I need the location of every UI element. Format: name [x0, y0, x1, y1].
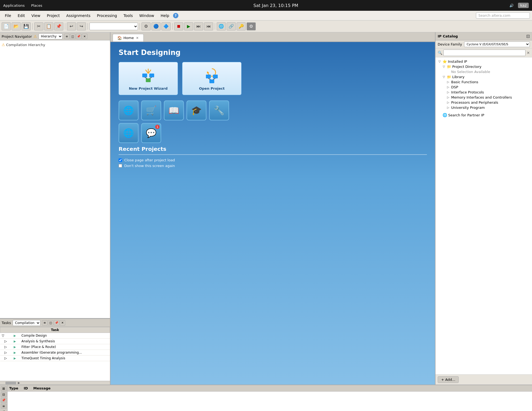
tools-icon: 🔧	[214, 105, 224, 116]
interface-protocols-item[interactable]: ▷ Interface Protocols	[437, 90, 531, 95]
menu-window[interactable]: Window	[137, 12, 157, 19]
close-page-checkbox[interactable]	[119, 158, 122, 162]
home-tab[interactable]: 🏠 Home ✕	[113, 34, 144, 41]
project-directory-item[interactable]: ▽ 📁 Project Directory	[437, 64, 531, 69]
tasks-scrollbar-thumb	[5, 382, 16, 384]
copy-button[interactable]: 📋	[44, 22, 53, 30]
tasks-close-button[interactable]: ✕	[60, 320, 65, 326]
svg-line-12	[208, 78, 210, 79]
dont-show-checkbox[interactable]	[119, 164, 122, 168]
table-row[interactable]: ▽ ▶ Compile Design	[0, 333, 110, 339]
ip-search-input[interactable]	[443, 50, 526, 56]
new-project-wizard-button[interactable]: New Project Wizard	[119, 62, 178, 95]
menu-help[interactable]: Help	[158, 12, 172, 19]
close-nav-button[interactable]: ✕	[82, 34, 87, 39]
msg-filter1-button[interactable]: ⊠	[1, 386, 7, 391]
places-menu[interactable]: Places	[31, 4, 42, 8]
quick-link-store-button[interactable]: 🛒	[141, 100, 161, 120]
new-file-button[interactable]: 📄	[2, 22, 11, 30]
tasks-filter-button[interactable]: ◫	[48, 320, 53, 326]
quick-link-tools-button[interactable]: 🔧	[209, 100, 229, 120]
stop-button[interactable]: ⏹	[174, 22, 183, 30]
task-timequest-label: TimeQuest Timing Analysis	[20, 356, 110, 361]
expand-all-button[interactable]: ≡	[64, 34, 70, 39]
user-button[interactable]: kaz	[518, 3, 529, 8]
cut-button[interactable]: ✂	[34, 22, 43, 30]
table-row[interactable]: ▷ ▶ Assembler (Generate programming...	[0, 350, 110, 356]
home-tab-close[interactable]: ✕	[135, 36, 139, 40]
close-page-row: Close page after project load	[119, 158, 427, 162]
ip-catalog-maximize-button[interactable]: ⊡	[526, 34, 530, 39]
svg-rect-9	[206, 75, 211, 78]
interface-protocols-expander: ▷	[446, 90, 450, 94]
ip-search-clear-button[interactable]: ✕	[527, 51, 530, 55]
new-project-icon	[140, 67, 157, 84]
msg-filter4-button[interactable]: ≡	[1, 404, 7, 409]
installed-ip-icon: ⭐	[443, 60, 447, 64]
dsp-item[interactable]: ▷ DSP	[437, 85, 531, 90]
quick-link-globe2-button[interactable]: 🌐	[119, 123, 139, 143]
save-button[interactable]: 💾	[22, 22, 31, 30]
help-circle-icon[interactable]: ?	[173, 13, 178, 18]
table-row[interactable]: ▷ ▶ Analysis & Synthesis	[0, 339, 110, 344]
menu-assignments[interactable]: Assignments	[64, 12, 93, 19]
menu-project[interactable]: Project	[44, 12, 63, 19]
library-item[interactable]: ▽ 📁 Library	[437, 74, 531, 79]
messages-layout: ⊠ ⊟ 📌 ≡ Messages Type ID Message	[0, 385, 532, 411]
quick-link-docs-button[interactable]: 📖	[164, 100, 184, 120]
tasks-icon-group: ≡ ◫ 📌 ✕	[42, 320, 65, 326]
paste-button[interactable]: 📌	[54, 22, 63, 30]
quick-link-web-button[interactable]: 🌐	[119, 100, 139, 120]
msg-filter2-button[interactable]: ⊟	[1, 392, 7, 397]
device-family-select[interactable]: Cyclone V (E/GX/GT/SX/SE/S	[464, 41, 530, 47]
memory-interfaces-item[interactable]: ▷ Memory Interfaces and Controllers	[437, 95, 531, 100]
ip-add-button[interactable]: + Add...	[438, 376, 459, 383]
applications-menu[interactable]: Applications	[3, 4, 25, 8]
tasks-expand-button[interactable]: ≡	[42, 320, 47, 326]
redo-button[interactable]: ↪	[77, 22, 86, 30]
menu-view[interactable]: View	[29, 12, 43, 19]
processors-peripherals-item[interactable]: ▷ Processors and Peripherals	[437, 100, 531, 105]
tasks-scrollbar-h[interactable]: ▶	[0, 381, 110, 385]
timing-button[interactable]: 🔑	[237, 22, 246, 30]
pin-button[interactable]: 📌	[76, 34, 81, 39]
menu-processing[interactable]: Processing	[94, 12, 120, 19]
undo-button[interactable]: ↩	[67, 22, 76, 30]
basic-functions-item[interactable]: ▷ Basic Functions	[437, 79, 531, 85]
filter-button[interactable]: ◫	[70, 34, 75, 39]
volume-icon[interactable]: 🔊	[509, 4, 514, 8]
synthesize-button[interactable]: 🔵	[151, 22, 161, 30]
altera-search-input[interactable]	[476, 12, 530, 19]
table-row[interactable]: ▷ ▶ TimeQuest Timing Analysis	[0, 356, 110, 361]
menu-edit[interactable]: Edit	[15, 12, 27, 19]
menu-file[interactable]: File	[2, 12, 14, 19]
open-project-button[interactable]: Open Project	[182, 62, 241, 95]
program-button[interactable]: 🌐	[217, 22, 226, 30]
target-select[interactable]	[89, 23, 138, 30]
compilation-select[interactable]: Compilation	[13, 320, 40, 326]
compile-button[interactable]: ⚙	[141, 22, 151, 30]
quick-link-learn-button[interactable]: 🎓	[186, 100, 206, 120]
installed-ip-label: Installed IP	[448, 60, 530, 64]
step-button[interactable]: ⏭	[194, 22, 203, 30]
project-dir-icon: 📁	[447, 65, 451, 69]
rewind-button[interactable]: ⏮	[204, 22, 213, 30]
hierarchy-select[interactable]: Hierarchy	[39, 33, 63, 39]
settings-button[interactable]: ⚙	[247, 22, 256, 30]
center-panel: 🏠 Home ✕ Start Designing	[110, 32, 435, 385]
library-expander: ▽	[442, 75, 446, 79]
new-project-wizard-label: New Project Wizard	[129, 86, 168, 90]
university-program-item[interactable]: ▷ University Program	[437, 105, 531, 110]
open-file-button[interactable]: 📂	[12, 22, 21, 30]
quick-link-chat-button[interactable]: 💬 1	[141, 123, 161, 143]
run-button[interactable]: ▶	[184, 22, 193, 30]
svg-rect-5	[146, 78, 151, 82]
installed-ip-item[interactable]: ▽ ⭐ Installed IP	[437, 59, 531, 64]
msg-filter3-button[interactable]: 📌	[1, 398, 7, 403]
menu-tools[interactable]: Tools	[121, 12, 136, 19]
table-row[interactable]: ▷ ▶ Fitter (Place & Route)	[0, 344, 110, 350]
tasks-pin-button[interactable]: 📌	[54, 320, 59, 326]
fit-button[interactable]: 🔷	[161, 22, 171, 30]
search-partner-ip-item[interactable]: 🌐 Search for Partner IP	[437, 112, 531, 118]
netlist-button[interactable]: 🔗	[227, 22, 236, 30]
